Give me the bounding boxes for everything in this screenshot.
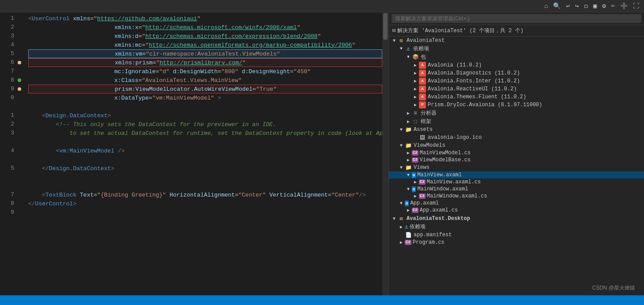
tree-viewmodelbase[interactable]: ▶ C# ViewModelBase.cs (389, 156, 644, 164)
tree-dependencies[interactable]: ▼ ⚓ 依赖项 (389, 45, 644, 53)
icon-logo: 🖼 (419, 134, 426, 141)
line-num-empty3 (4, 155, 14, 164)
tree-app-manifest[interactable]: ▶ 📄 app.manifest (389, 231, 644, 239)
label-avalonia: Avalonia (11.0.2) (428, 62, 482, 68)
pane-icon[interactable]: ▣ (592, 1, 598, 11)
tree-avalonia-diag[interactable]: ▶ A Avalonia.Diagnostics (11.0.2) (389, 69, 644, 77)
ind-empty3 (18, 155, 25, 164)
code-text: xmlns:vm="clr-namespace:AvaloniaTest.Vie… (29, 51, 280, 57)
arrow-analyzers[interactable]: ▶ (405, 111, 412, 116)
ind-6 (18, 58, 25, 67)
ind-1 (18, 14, 25, 23)
tree-desktop-project[interactable]: ▼ ⊞ AvaloniaTest.Desktop (389, 215, 644, 223)
tree-logo[interactable]: ▶ 🖼 avalonia-logo.ico (389, 134, 644, 141)
code-lines[interactable]: <UserControl xmlns="https://github.com/a… (25, 12, 382, 295)
tree-prism[interactable]: ▶ P Prism.DryIoc.Avalonia (8.1.97.11000) (389, 101, 644, 109)
line-num-15: 5 (4, 164, 14, 173)
undo-icon[interactable]: ↩ (565, 1, 571, 11)
code-line-5: xmlns:vm="clr-namespace:AvaloniaTest.Vie… (28, 49, 382, 58)
icon-desktop-project: ⊞ (398, 215, 405, 222)
arrow-avalonia[interactable]: ▶ (412, 63, 419, 68)
line-num-6: 6 (4, 58, 14, 67)
tree-avalonia-themes[interactable]: ▶ A Avalonia.Themes.Fluent (11.0.2) (389, 93, 644, 101)
arrow-program-cs[interactable]: ▶ (398, 240, 405, 245)
tree-avalonia[interactable]: ▶ A Avalonia (11.0.2) (389, 61, 644, 69)
cut-icon[interactable]: ✂ (610, 1, 616, 11)
tree-avalonia-reactive[interactable]: ▶ A Avalonia.ReactiveUI (11.0.2) (389, 85, 644, 93)
arrow-avalonia-fonts[interactable]: ▶ (412, 78, 419, 84)
arrow-desktop[interactable]: ▼ (391, 216, 398, 221)
arrow-frameworks[interactable]: ▶ (405, 119, 412, 124)
tree-frameworks[interactable]: ▶ ⬚ 框架 (389, 117, 644, 126)
icon-assets-folder: 📁 (405, 126, 412, 133)
arrow-app-xaml[interactable]: ▼ (398, 201, 405, 206)
tree-avaloniatest[interactable]: ▼ ⊞ AvaloniaTest (389, 37, 644, 45)
redo-icon[interactable]: ↪ (574, 1, 580, 11)
tree-mainwindow-cs[interactable]: ▶ C# MainWindow.axaml.cs (389, 193, 644, 200)
tree-app-xaml[interactable]: ▼ ⊞ App.axaml (389, 200, 644, 207)
icon-dependencies: ⚓ (405, 45, 412, 52)
arrow-mainviewmodel[interactable]: ▶ (405, 150, 412, 156)
tree-area[interactable]: ▼ ⊞ AvaloniaTest ▼ ⚓ 依赖项 ▼ 📦 包 ▶ A Avalo… (389, 37, 644, 295)
search-icon[interactable]: 🔍 (552, 1, 562, 11)
arrow-avalonia-themes[interactable]: ▶ (412, 94, 419, 100)
arrow-prism[interactable]: ▶ (412, 102, 419, 108)
tree-mainview-xaml[interactable]: ▼ ⊞ MainView.axaml (389, 171, 644, 179)
tree-analyzers[interactable]: ▶ ≡ 分析器 (389, 109, 644, 117)
expand-icon[interactable]: ⛶ (632, 2, 640, 11)
plus-icon[interactable]: ➕ (619, 1, 629, 11)
line-num-1: 1 (4, 14, 14, 23)
tree-mainwindow-xaml[interactable]: ▼ ⊞ MainWindow.axaml (389, 186, 644, 193)
tree-mainviewmodel[interactable]: ▶ C# MainViewModel.cs (389, 149, 644, 156)
tree-program-cs[interactable]: ▶ C# Program.cs (389, 239, 644, 246)
search-input[interactable] (392, 14, 641, 23)
arrow-mainwindow-xaml[interactable]: ▼ (405, 187, 412, 192)
code-text: xmlns:d="http://schemas.microsoft.com/ex… (28, 33, 321, 40)
ind-13 (18, 129, 25, 138)
editor-scrollbar[interactable] (382, 12, 388, 295)
arrow-app-cs[interactable]: ▶ (405, 208, 412, 213)
arrow-mainview-xaml[interactable]: ▼ (405, 173, 412, 178)
line-num-empty4 (4, 173, 14, 182)
code-line-empty2 (28, 138, 382, 146)
ind-3 (18, 32, 25, 41)
arrow-views[interactable]: ▼ (398, 165, 405, 170)
code-content: 1 2 3 4 5 6 7 8 9 0 1 2 3 4 5 (0, 12, 388, 295)
tree-packages[interactable]: ▼ 📦 包 (389, 53, 644, 61)
code-line-10: x:DataType="vm:MainViewModel" > (28, 93, 382, 102)
tree-avalonia-fonts[interactable]: ▶ A Avalonia.Fonts.Inter (11.0.2) (389, 77, 644, 85)
tree-mainview-cs[interactable]: ▶ C# MainView.axaml.cs (389, 179, 644, 186)
arrow-packages[interactable]: ▼ (405, 55, 412, 60)
tree-assets[interactable]: ▼ 📁 Assets (389, 126, 644, 134)
arrow-desktop-deps[interactable]: ▶ (398, 224, 405, 230)
arrow-avalonia-reactive[interactable]: ▶ (412, 86, 419, 92)
arrow-viewmodelbase[interactable]: ▶ (405, 157, 412, 163)
icon-avalonia-fonts: A (419, 78, 426, 85)
label-app-xaml: App.axaml (410, 200, 439, 206)
tree-views[interactable]: ▼ 📁 Views (389, 164, 644, 171)
home-icon[interactable]: ⌂ (543, 2, 549, 11)
arrow-assets[interactable]: ▼ (398, 127, 405, 132)
label-viewmodels: ViewModels (414, 142, 445, 149)
arrow-avalonia-diag[interactable]: ▶ (412, 71, 419, 76)
arrow-avaloniatest[interactable]: ▼ (391, 38, 398, 43)
code-line-15: </Design.DataContext> (28, 164, 382, 173)
code-text: <Design.DataContext> (28, 112, 111, 119)
tree-app-cs[interactable]: ▶ C# App.axaml.cs (389, 207, 644, 214)
icon-desktop-deps: ⚓ (405, 223, 408, 231)
label-avalonia-themes: Avalonia.Themes.Fluent (11.0.2) (428, 94, 526, 100)
arrow-dependencies[interactable]: ▼ (398, 46, 405, 51)
line-num-17: 8 (4, 199, 14, 208)
arrow-mainview-cs[interactable]: ▶ (412, 179, 419, 185)
arrow-mainwindow-cs[interactable]: ▶ (412, 193, 419, 199)
window-icon[interactable]: ◻ (583, 1, 589, 11)
tree-viewmodels[interactable]: ▼ 📁 ViewModels (389, 141, 644, 149)
code-text: </Design.DataContext> (28, 165, 114, 172)
arrow-viewmodels[interactable]: ▼ (398, 143, 405, 148)
ind-4 (18, 41, 25, 49)
settings-icon[interactable]: ⚙ (601, 1, 607, 11)
code-text: xmlns:prism="http://prismlibrary.com/" (29, 60, 246, 66)
code-line-4: xmlns:mc="http://schemas.openxmlformats.… (28, 41, 382, 49)
line-num-7: 7 (4, 67, 14, 76)
tree-desktop-deps[interactable]: ▶ ⚓ 依赖项 (389, 223, 644, 231)
